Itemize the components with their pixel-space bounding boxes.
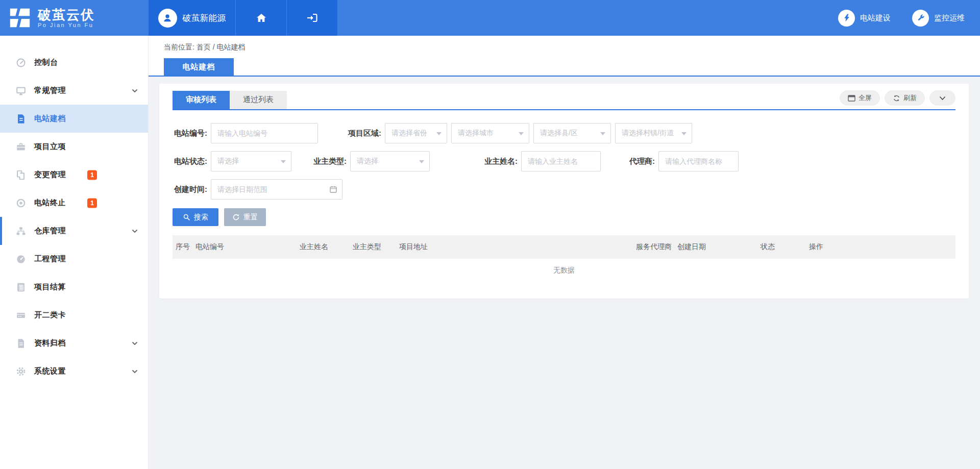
sidebar-item-general-mgmt[interactable]: 常规管理 — [0, 77, 148, 105]
lightning-icon — [838, 10, 855, 27]
calculator-icon — [15, 282, 27, 293]
owner-name-input[interactable] — [521, 151, 601, 171]
sidebar: 控制台 常规管理 电站建档 — [0, 36, 149, 469]
caret-down-icon — [436, 132, 442, 135]
gear-icon — [15, 366, 27, 377]
create-time-label: 创建时间: — [173, 185, 207, 194]
city-select[interactable]: 请选择城市 — [451, 123, 529, 143]
fullscreen-button[interactable]: 全屏 — [840, 90, 880, 106]
calendar-icon — [329, 185, 337, 193]
sidebar-item-project-settlement[interactable]: 项目结算 — [0, 273, 148, 301]
card-icon — [15, 310, 27, 321]
owner-name-label: 业主姓名: — [483, 157, 518, 166]
sidebar-item-label: 常规管理 — [34, 86, 66, 95]
sidebar-item-label: 电站终止 — [34, 198, 66, 208]
panel: 审核列表 通过列表 全屏 — [159, 84, 969, 299]
column-header: 状态 — [761, 242, 809, 252]
column-header: 业主姓名 — [300, 242, 353, 252]
province-select[interactable]: 请选择省份 — [385, 123, 447, 143]
brand-title: 破茧云伏 — [38, 8, 95, 22]
archive-icon — [15, 338, 27, 349]
agent-input[interactable] — [658, 151, 739, 171]
copy-icon — [15, 169, 27, 181]
search-form: 电站编号: 项目区域: 请选择省份 请选择城市 请选择县/区 — [173, 110, 955, 226]
owner-type-label: 业主类型: — [312, 157, 347, 166]
sidebar-item-station-archive[interactable]: 电站建档 — [0, 105, 148, 133]
home-button[interactable] — [236, 0, 287, 36]
briefcase-icon — [15, 141, 27, 153]
brand-logo: 破茧云伏 Po Jian Yun Fu — [0, 0, 149, 36]
breadcrumb-current: 电站建档 — [216, 43, 245, 51]
date-range-picker[interactable] — [211, 179, 342, 200]
caret-down-icon — [681, 132, 687, 135]
date-range-input[interactable] — [211, 179, 342, 200]
reset-button[interactable]: 重置 — [224, 208, 266, 226]
chevron-down-icon — [132, 341, 138, 345]
column-header: 服务代理商 — [636, 242, 677, 252]
refresh-button[interactable]: 刷新 — [885, 90, 925, 106]
county-select[interactable]: 请选择县/区 — [533, 123, 611, 143]
top-header: 破茧云伏 Po Jian Yun Fu 破茧新能源 — [0, 0, 980, 36]
search-button[interactable]: 搜索 — [173, 208, 218, 226]
station-no-input[interactable] — [211, 123, 318, 143]
sidebar-item-label: 资料归档 — [34, 338, 66, 348]
sidebar-item-change-mgmt[interactable]: 变更管理 1 — [0, 161, 148, 189]
page-tab-station-archive[interactable]: 电站建档 — [164, 58, 234, 76]
target-icon — [15, 198, 27, 209]
main-area: 当前位置: 首页 / 电站建档 电站建档 审核列表 通过列表 — [149, 36, 980, 469]
collapse-button[interactable] — [929, 90, 955, 106]
sidebar-item-open-type2-card[interactable]: 开二类卡 — [0, 301, 148, 329]
reset-icon — [232, 213, 240, 221]
region-label: 项目区域: — [347, 129, 381, 138]
person-icon — [162, 12, 173, 23]
station-status-select[interactable]: 请选择 — [211, 151, 291, 171]
column-header: 项目地址 — [399, 242, 636, 252]
chevron-down-icon — [132, 89, 138, 93]
sidebar-item-label: 电站建档 — [34, 114, 66, 124]
breadcrumb-prefix: 当前位置: — [164, 43, 194, 51]
logout-button[interactable] — [287, 0, 338, 36]
sidebar-item-label: 仓库管理 — [34, 226, 66, 236]
sidebar-item-project-initiation[interactable]: 项目立项 — [0, 133, 148, 161]
nav-station-build-label: 电站建设 — [860, 13, 891, 23]
sitemap-icon — [15, 226, 27, 237]
breadcrumb-bar: 当前位置: 首页 / 电站建档 电站建档 — [149, 36, 980, 77]
village-select[interactable]: 请选择村镇/街道 — [615, 123, 692, 143]
panel-tabs: 审核列表 通过列表 — [173, 91, 287, 109]
column-header: 业主类型 — [353, 242, 399, 252]
notification-badge: 1 — [87, 170, 97, 180]
header-right-nav: 电站建设 监控运维 — [338, 0, 980, 36]
sidebar-item-label: 工程管理 — [34, 254, 66, 264]
sidebar-item-station-termination[interactable]: 电站终止 1 — [0, 189, 148, 217]
app: 破茧云伏 Po Jian Yun Fu 破茧新能源 — [0, 0, 980, 469]
sidebar-item-data-archive[interactable]: 资料归档 — [0, 329, 148, 357]
tab-passed-list[interactable]: 通过列表 — [230, 91, 287, 109]
wrench-icon — [912, 10, 929, 27]
sidebar-item-label: 控制台 — [34, 58, 58, 67]
nav-monitor-ops[interactable]: 监控运维 — [912, 10, 965, 27]
tab-review-list[interactable]: 审核列表 — [173, 91, 230, 109]
sidebar-item-warehouse-mgmt[interactable]: 仓库管理 — [0, 217, 148, 245]
brand-subtitle: Po Jian Yun Fu — [38, 22, 95, 28]
breadcrumb-home-link[interactable]: 首页 — [197, 43, 211, 51]
gauge-icon — [15, 254, 27, 265]
home-icon — [255, 12, 267, 24]
user-name: 破茧新能源 — [183, 12, 226, 24]
refresh-icon — [893, 94, 900, 102]
sidebar-item-console[interactable]: 控制台 — [0, 48, 148, 77]
panel-toolbar: 全屏 刷新 — [840, 90, 955, 109]
nav-station-build[interactable]: 电站建设 — [838, 10, 891, 27]
document-icon — [15, 113, 27, 125]
station-status-label: 电站状态: — [173, 157, 207, 166]
user-menu[interactable]: 破茧新能源 — [149, 0, 236, 36]
owner-type-select[interactable]: 请选择 — [350, 151, 430, 171]
caret-down-icon — [600, 132, 605, 135]
sidebar-item-engineering-mgmt[interactable]: 工程管理 — [0, 245, 148, 273]
monitor-icon — [15, 85, 27, 96]
agent-label: 代理商: — [620, 157, 655, 166]
sidebar-item-label: 项目立项 — [34, 142, 66, 152]
avatar — [158, 9, 177, 28]
logo-mark-icon — [8, 6, 32, 30]
table-header-row: 序号 电站编号 业主姓名 业主类型 项目地址 服务代理商 创建日期 状态 操作 — [173, 235, 955, 259]
sidebar-item-system-settings[interactable]: 系统设置 — [0, 357, 148, 385]
